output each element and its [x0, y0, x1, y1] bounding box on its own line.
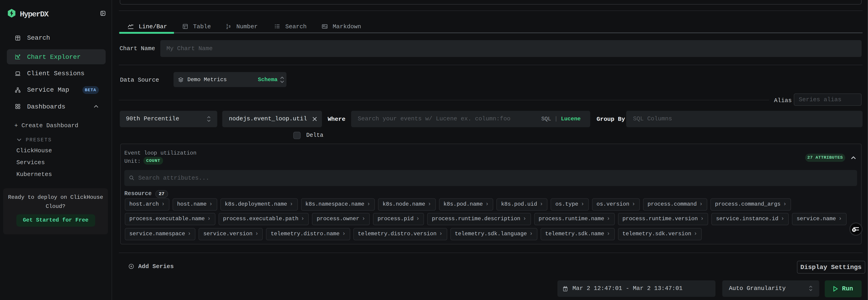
svg-text:1: 1 [564, 288, 566, 291]
svg-text:2: 2 [226, 27, 228, 30]
svg-text:3: 3 [228, 25, 230, 29]
